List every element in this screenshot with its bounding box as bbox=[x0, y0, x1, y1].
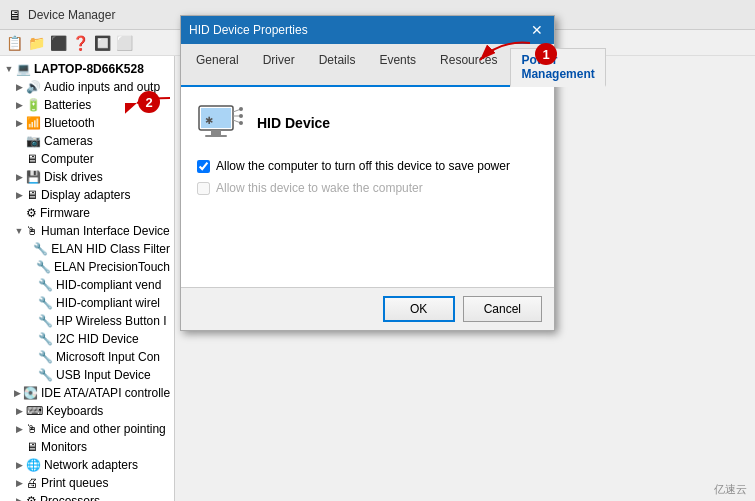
hid-device-svg: ✱ bbox=[197, 104, 245, 142]
arrow-1-svg bbox=[460, 35, 540, 75]
svg-point-10 bbox=[239, 121, 243, 125]
checkbox-row-2: Allow this device to wake the computer bbox=[197, 181, 538, 195]
tab-general[interactable]: General bbox=[185, 48, 250, 85]
cancel-button[interactable]: Cancel bbox=[463, 296, 542, 322]
checkbox-wake-computer[interactable] bbox=[197, 182, 210, 195]
device-name-text: HID Device bbox=[257, 115, 330, 131]
modal-overlay: HID Device Properties ✕ General Driver D… bbox=[0, 0, 755, 501]
modal-content: ✱ HID Device Allow the computer to turn … bbox=[181, 87, 554, 287]
checkbox-wake-computer-label: Allow this device to wake the computer bbox=[216, 181, 423, 195]
badge-2: 2 bbox=[138, 91, 160, 113]
checkbox-save-power[interactable] bbox=[197, 160, 210, 173]
tab-events[interactable]: Events bbox=[368, 48, 427, 85]
ok-button[interactable]: OK bbox=[383, 296, 455, 322]
checkbox-row-1: Allow the computer to turn off this devi… bbox=[197, 159, 538, 173]
checkbox-save-power-label: Allow the computer to turn off this devi… bbox=[216, 159, 510, 173]
device-icon-container: ✱ bbox=[197, 103, 245, 143]
tab-driver[interactable]: Driver bbox=[252, 48, 306, 85]
modal-title: HID Device Properties bbox=[189, 23, 308, 37]
svg-point-9 bbox=[239, 114, 243, 118]
modal-footer: OK Cancel bbox=[181, 287, 554, 330]
svg-rect-2 bbox=[211, 130, 221, 135]
svg-text:✱: ✱ bbox=[205, 115, 213, 126]
device-header: ✱ HID Device bbox=[197, 103, 538, 143]
tab-details[interactable]: Details bbox=[308, 48, 367, 85]
badge-1: 1 bbox=[535, 43, 557, 65]
svg-rect-3 bbox=[205, 135, 227, 137]
svg-point-8 bbox=[239, 107, 243, 111]
